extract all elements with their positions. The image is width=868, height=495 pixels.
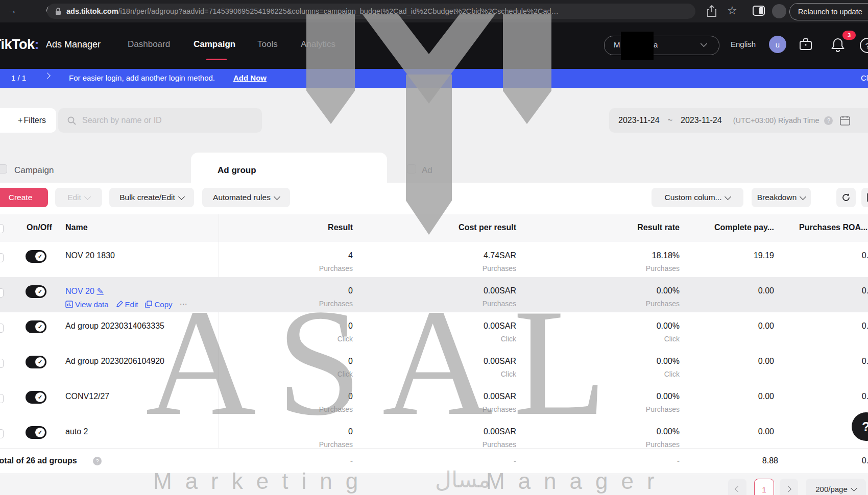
- toggle-check-icon: ✓: [35, 428, 45, 437]
- row-checkbox[interactable]: [0, 253, 4, 262]
- total-purchases-roas: 0.0: [862, 456, 868, 465]
- chevron-right-icon[interactable]: [44, 72, 51, 79]
- chevron-down-icon: [84, 193, 91, 200]
- view-data-link[interactable]: View data: [65, 300, 109, 309]
- help-icon[interactable]: ?: [860, 38, 868, 53]
- row-checkbox[interactable]: [0, 394, 4, 403]
- table-row[interactable]: ✓ Ad group 20230206104920 0 Click 0.00SA…: [0, 348, 868, 383]
- calendar-icon[interactable]: [840, 115, 850, 126]
- toggle-check-icon: ✓: [35, 322, 45, 332]
- product-name: Ads Manager: [46, 39, 101, 50]
- briefcase-icon[interactable]: [798, 37, 813, 52]
- column-complete-pay[interactable]: Complete pay...: [714, 223, 774, 232]
- onoff-toggle[interactable]: ✓: [26, 356, 46, 368]
- row-actions: View data Edit Copy ⋯: [65, 300, 187, 309]
- bulk-create-edit-button[interactable]: Bulk create/Edit: [109, 188, 194, 207]
- browser-profile-avatar[interactable]: [772, 4, 786, 18]
- current-page-button[interactable]: 1: [754, 479, 774, 495]
- nav-dashboard[interactable]: Dashboard: [128, 39, 170, 50]
- total-result: -: [350, 456, 353, 465]
- table-row[interactable]: ✓ CONV12/27 0 Purchases 0.00SAR Purchase…: [0, 383, 868, 418]
- forward-arrow-icon[interactable]: →: [7, 5, 17, 16]
- language-selector[interactable]: English: [731, 40, 756, 48]
- prev-page-button[interactable]: [728, 479, 746, 495]
- result-rate-value: 0.00%: [657, 286, 680, 295]
- row-checkbox[interactable]: [0, 429, 4, 438]
- relaunch-update-button[interactable]: Relaunch to update: [789, 3, 868, 20]
- banner-close-link[interactable]: Close: [861, 73, 868, 82]
- complete-pay-value: 0.00: [758, 357, 774, 366]
- result-value: 0: [348, 321, 353, 331]
- next-page-button[interactable]: [780, 479, 798, 495]
- notification-bell-icon[interactable]: [830, 37, 846, 53]
- nav-campaign[interactable]: Campaign: [194, 39, 235, 50]
- nav-tools[interactable]: Tools: [257, 39, 278, 50]
- column-result-rate[interactable]: Result rate: [637, 223, 680, 232]
- onoff-toggle[interactable]: ✓: [26, 250, 46, 263]
- row-checkbox[interactable]: [0, 324, 4, 333]
- table-row[interactable]: ✓ NOV 20 1830 4 Purchases 4.74SAR Purcha…: [0, 242, 868, 278]
- refresh-button[interactable]: [836, 188, 856, 207]
- edit-button[interactable]: Edit: [55, 188, 102, 207]
- copy-link[interactable]: Copy: [145, 300, 172, 309]
- onoff-toggle[interactable]: ✓: [26, 426, 46, 439]
- result-type: Purchases: [319, 440, 353, 449]
- chevron-down-icon: [701, 40, 707, 47]
- filters-button[interactable]: +Filters: [0, 108, 56, 133]
- table-row[interactable]: ✓ NOV 20 ✎ View data Edit Copy ⋯ 0 Purch…: [0, 277, 868, 313]
- result-rate-value: 0.00%: [657, 357, 680, 366]
- total-result-rate: -: [677, 456, 680, 465]
- tiktok-logo: TikTok:: [0, 37, 39, 53]
- tab-campaign[interactable]: Campaign: [14, 165, 54, 176]
- bookmark-star-icon[interactable]: ☆: [727, 4, 737, 17]
- chevron-left-icon: [735, 486, 741, 492]
- onoff-toggle[interactable]: ✓: [26, 320, 46, 333]
- add-now-link[interactable]: Add Now: [233, 73, 267, 82]
- rename-pencil-icon[interactable]: ✎: [97, 287, 103, 295]
- onoff-toggle[interactable]: ✓: [26, 391, 46, 404]
- table-row[interactable]: ✓ auto 2 0 Purchases 0.00SAR Purchases 0…: [0, 418, 868, 449]
- tab-adgroup[interactable]: Ad group: [218, 165, 256, 176]
- result-value: 0: [348, 357, 353, 366]
- toggle-check-icon: ✓: [35, 357, 45, 367]
- adgroup-name: CONV12/27: [65, 392, 109, 401]
- search-box[interactable]: [58, 108, 262, 133]
- search-input[interactable]: [81, 115, 236, 126]
- notification-badge: 3: [842, 31, 856, 40]
- onoff-toggle[interactable]: ✓: [26, 285, 46, 298]
- column-purchases-roas[interactable]: Purchases ROA...: [799, 223, 867, 232]
- table-row[interactable]: ✓ Ad group 20230314063335 0 Click 0.00SA…: [0, 312, 868, 348]
- page-size-selector[interactable]: 200/page: [806, 479, 866, 495]
- toggle-check-icon: ✓: [35, 287, 45, 296]
- row-checkbox[interactable]: [0, 359, 4, 368]
- row-checkbox[interactable]: [0, 288, 4, 298]
- nav-analytics[interactable]: Analytics: [301, 39, 335, 50]
- plus-icon: +: [18, 116, 22, 125]
- timezone-help-icon[interactable]: ?: [824, 116, 833, 125]
- automated-rules-button[interactable]: Automated rules: [202, 188, 290, 207]
- address-bar[interactable]: ads.tiktok.com/i18n/perf/adgroup?aadvid=…: [47, 4, 695, 19]
- share-icon[interactable]: [707, 5, 717, 17]
- cost-type: Purchases: [483, 440, 516, 449]
- result-value: 0: [348, 392, 353, 401]
- side-panel-icon[interactable]: [753, 6, 765, 16]
- cost-type: Click: [501, 370, 516, 378]
- cost-type: Purchases: [483, 405, 516, 413]
- select-all-checkbox[interactable]: [0, 224, 4, 233]
- total-help-icon[interactable]: ?: [93, 457, 102, 465]
- more-actions-button[interactable]: ⋯: [180, 300, 187, 309]
- cost-per-result-value: 0.00SAR: [484, 427, 516, 436]
- adgroup-name: Ad group 20230206104920: [65, 357, 164, 366]
- create-button[interactable]: Create: [0, 188, 48, 207]
- edit-link[interactable]: Edit: [116, 300, 138, 309]
- custom-columns-button[interactable]: Custom colum...: [652, 188, 743, 207]
- export-button[interactable]: [861, 188, 868, 207]
- breakdown-button[interactable]: Breakdown: [752, 188, 811, 207]
- date-range-picker[interactable]: 2023-11-24 ~ 2023-11-24 (UTC+03:00) Riya…: [609, 108, 868, 133]
- column-result[interactable]: Result: [328, 223, 353, 232]
- tab-ad[interactable]: Ad: [422, 165, 432, 176]
- url-path: /i18n/perf/adgroup?aadvid=71453906952541…: [118, 7, 559, 15]
- user-avatar[interactable]: u: [769, 36, 786, 53]
- column-cost-per-result[interactable]: Cost per result: [459, 223, 516, 232]
- adgroup-name-link[interactable]: NOV 20 ✎: [65, 286, 104, 296]
